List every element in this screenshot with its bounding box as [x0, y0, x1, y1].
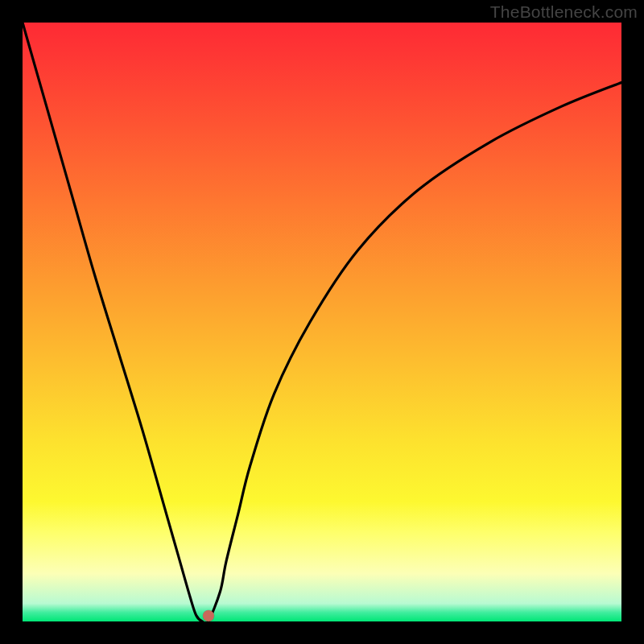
plot-area: [23, 23, 621, 621]
curve-svg: [23, 23, 621, 621]
curve-path: [23, 23, 621, 624]
chart-stage: TheBottleneck.com: [0, 0, 644, 644]
watermark-text: TheBottleneck.com: [490, 2, 638, 22]
marker-dot: [203, 610, 214, 621]
plot-inner: [23, 23, 621, 621]
